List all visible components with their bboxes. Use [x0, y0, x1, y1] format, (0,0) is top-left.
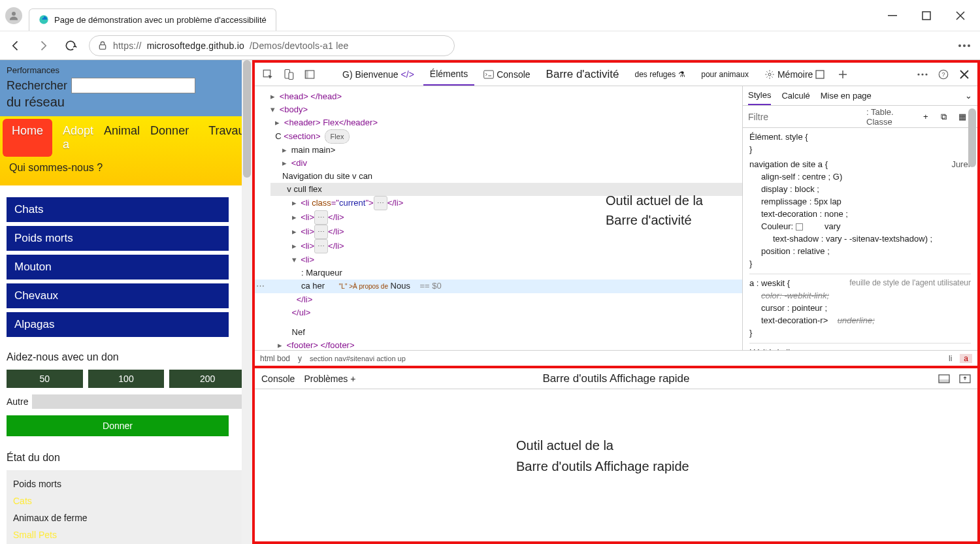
page-scrollbar[interactable]: [242, 60, 252, 544]
browser-toolbar: https://microsoftedge.github.io/Demos/de…: [0, 31, 980, 60]
svg-rect-3: [923, 12, 930, 20]
svg-rect-15: [816, 71, 824, 78]
svg-rect-2: [888, 15, 897, 16]
styles-scrollbar[interactable]: [968, 106, 976, 350]
donate-50[interactable]: 50: [7, 370, 83, 388]
tab-shelters[interactable]: des refuges⚗: [629, 65, 693, 84]
svg-rect-22: [939, 379, 949, 383]
back-button[interactable]: [7, 37, 25, 55]
activity-bar-label: Barre d'activité: [540, 63, 626, 86]
svg-point-0: [12, 12, 16, 16]
help-icon[interactable]: ?: [934, 65, 953, 84]
svg-point-5: [958, 44, 961, 47]
quick-view-annotation: Outil actuel de la Barre d'outils Affich…: [516, 435, 689, 477]
devtools-panel: G) Bienvenue</> Éléments Console Barre d…: [252, 60, 980, 544]
close-button[interactable]: [953, 8, 968, 24]
category-alpagas[interactable]: Alpagas: [7, 312, 229, 337]
computed-tab[interactable]: Calculé: [781, 87, 809, 104]
status-row: Cats: [13, 492, 239, 509]
minimize-button[interactable]: [885, 8, 900, 24]
browser-tab[interactable]: Page de démonstration avec un problème d…: [29, 8, 276, 31]
dock-icon[interactable]: [938, 374, 950, 383]
status-box: Poids morts Cats Animaux de ferme Small …: [7, 470, 246, 544]
expand-icon[interactable]: [959, 374, 971, 383]
layout-tab[interactable]: Mise en page: [821, 87, 872, 104]
quick-view-bar: Console Problèmes + Barre d'outils Affic…: [255, 368, 977, 389]
titlebar: Page de démonstration avec un problème d…: [0, 0, 980, 31]
svg-rect-10: [289, 72, 293, 80]
tab-memory[interactable]: Mémoire: [758, 64, 831, 85]
category-chats[interactable]: Chats: [7, 197, 229, 222]
add-tab-button[interactable]: [834, 65, 852, 84]
profile-avatar[interactable]: [5, 7, 22, 24]
pin-icon[interactable]: ⧉: [941, 112, 955, 122]
svg-point-16: [917, 73, 919, 75]
page-content: Performances Rechercher du réseau Home A…: [0, 60, 252, 544]
nav-home[interactable]: Home: [3, 119, 52, 157]
donate-other-label: Autre: [7, 396, 28, 407]
devtools-activity-bar: G) Bienvenue</> Éléments Console Barre d…: [255, 63, 977, 86]
tab-welcome[interactable]: G) Bienvenue</>: [336, 64, 421, 85]
donate-200[interactable]: 200: [169, 370, 246, 388]
search-input[interactable]: [71, 78, 195, 93]
nav-about[interactable]: Qui sommes-nous ?: [0, 157, 252, 179]
nav-adopt[interactable]: Adopt a: [54, 119, 103, 157]
style-rules[interactable]: Élément. style { } navigation de site a …: [743, 128, 977, 350]
refresh-button[interactable]: [61, 37, 80, 55]
more-icon[interactable]: [913, 65, 932, 84]
qv-tab-problems[interactable]: Problèmes +: [304, 374, 355, 384]
dom-tree[interactable]: ▸ <head> </head> ▾ <body> ▸ <header> Fle…: [255, 86, 742, 350]
code-icon: </>: [401, 69, 414, 80]
chevron-down-icon[interactable]: ⌄: [965, 91, 972, 101]
maximize-button[interactable]: [919, 8, 934, 24]
add-rule-icon[interactable]: +: [923, 112, 937, 121]
forward-button[interactable]: [34, 37, 52, 55]
svg-point-6: [963, 44, 966, 47]
svg-point-17: [921, 73, 923, 75]
donate-100[interactable]: 100: [88, 370, 165, 388]
svg-point-18: [925, 73, 927, 75]
svg-rect-12: [305, 71, 308, 78]
tab-elements[interactable]: Éléments: [423, 63, 474, 86]
tab-animals[interactable]: pour animaux: [694, 65, 755, 84]
console-icon: [483, 70, 494, 79]
svg-rect-13: [484, 71, 494, 78]
category-mouton[interactable]: Mouton: [7, 255, 229, 280]
toggle-classes[interactable]: : Table. Classe: [866, 107, 919, 127]
inspect-icon[interactable]: [259, 65, 277, 84]
address-bar[interactable]: https://microsoftedge.github.io/Demos/de…: [89, 35, 455, 56]
performance-label: Performances: [7, 65, 246, 75]
category-poids[interactable]: Poids morts: [7, 226, 229, 251]
svg-point-7: [968, 44, 970, 47]
styles-filter-input[interactable]: [748, 112, 862, 122]
more-button[interactable]: [955, 37, 973, 55]
qv-tab-console[interactable]: Console: [261, 374, 295, 384]
nav-donner[interactable]: Donner: [150, 119, 198, 157]
status-row: Animaux de ferme: [13, 509, 239, 526]
close-devtools-button[interactable]: [955, 65, 973, 84]
url-host: microsoftedge.github.io: [147, 40, 244, 51]
url-prefix: https://: [113, 40, 142, 51]
edge-icon: [39, 14, 49, 25]
tab-title: Page de démonstration avec un problème d…: [54, 15, 267, 25]
svg-rect-4: [99, 44, 105, 49]
quick-view-body: Outil actuel de la Barre d'outils Affich…: [255, 389, 977, 541]
status-row: Small Pets: [13, 526, 239, 543]
search-label: Rechercher: [7, 79, 67, 93]
donate-submit[interactable]: Donner: [7, 415, 229, 436]
panel-icon[interactable]: [301, 65, 319, 84]
donate-title: Aidez-nous avec un don: [7, 351, 246, 363]
tab-console[interactable]: Console: [477, 64, 536, 85]
activity-bar-annotation: Outil actuel de la Barre d'activité: [606, 191, 703, 230]
window-icon: [815, 70, 825, 79]
svg-text:?: ?: [941, 71, 945, 78]
donate-other-input[interactable]: [32, 394, 246, 409]
site-nav: Home Adopt a Animal Donner Travaux Qui s…: [0, 116, 252, 185]
svg-point-14: [768, 73, 771, 76]
dom-breadcrumbs[interactable]: html bod y section nav#sitenavi action u…: [255, 350, 977, 366]
device-icon[interactable]: [280, 65, 298, 84]
category-chevaux[interactable]: Chevaux: [7, 283, 229, 308]
styles-tab[interactable]: Styles: [748, 86, 771, 105]
nav-animal[interactable]: Animal: [104, 119, 149, 157]
quick-view-label: Barre d'outils Affichage rapide: [542, 372, 689, 385]
